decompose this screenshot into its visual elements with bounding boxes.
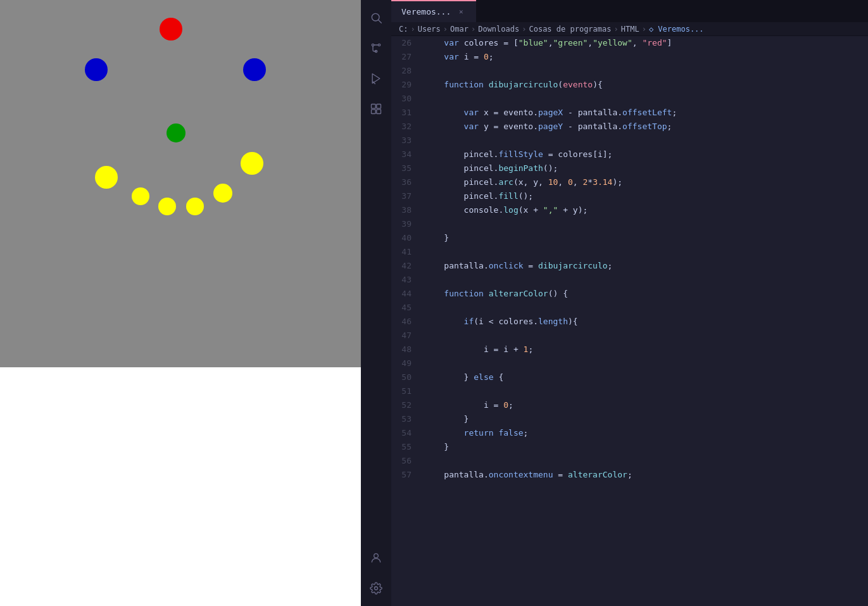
line-code: pincel.fill(); [422,189,868,203]
table-row: 34 pincel.fillStyle = colores[i]; [391,148,868,161]
line-code: i = 0; [422,398,868,412]
circle [167,123,186,142]
circle [160,18,182,41]
line-number: 33 [391,134,422,148]
table-row: 44 function alterarColor() { [391,287,868,301]
line-code [422,273,868,287]
line-number: 31 [391,106,422,120]
svg-rect-8 [377,104,381,109]
table-row: 37 pincel.fill(); [391,189,868,203]
table-row: 47 [391,329,868,343]
svg-rect-7 [372,104,376,109]
circle [85,58,108,81]
source-control-icon[interactable] [363,35,389,61]
breadcrumb-downloads: Downloads [478,25,519,34]
table-row: 28 [391,64,868,78]
table-row: 38 console.log(x + "," + y); [391,203,868,217]
line-number: 46 [391,315,422,329]
line-code: pincel.fillStyle = colores[i]; [422,148,868,161]
line-number: 39 [391,217,422,231]
line-number: 32 [391,120,422,134]
table-row: 39 [391,217,868,231]
breadcrumb-users: Users [418,25,441,34]
line-code: return false; [422,426,868,440]
line-code [422,134,868,148]
table-row: 54 return false; [391,426,868,440]
circle [241,152,263,175]
line-number: 57 [391,468,422,482]
table-row: 45 [391,301,868,315]
line-number: 40 [391,231,422,245]
table-row: 27 var i = 0; [391,50,868,64]
table-row: 30 [391,92,868,106]
table-row: 43 [391,273,868,287]
line-number: 29 [391,78,422,92]
breadcrumb-file: ◇ Veremos... [649,25,704,34]
tab-label: Veremos... [401,7,451,16]
line-number: 27 [391,50,422,64]
line-code: pincel.arc(x, y, 10, 0, 2*3.14); [422,175,868,189]
line-number: 35 [391,161,422,175]
left-panel [0,0,361,606]
table-row: 53 } [391,412,868,426]
table-row: 36 pincel.arc(x, y, 10, 0, 2*3.14); [391,175,868,189]
line-code: i = i + 1; [422,343,868,357]
line-code [422,329,868,343]
circle [132,187,149,205]
table-row: 50 } else { [391,370,868,384]
active-tab[interactable]: Veremos... ✕ [391,0,476,22]
line-number: 37 [391,189,422,203]
table-row: 46 if(i < colores.length){ [391,315,868,329]
circle [158,198,176,215]
white-area [0,367,361,606]
settings-icon[interactable] [363,576,389,601]
line-number: 53 [391,412,422,426]
table-row: 41 [391,245,868,259]
tab-close-button[interactable]: ✕ [456,7,466,17]
line-code: } [422,231,868,245]
line-number: 54 [391,426,422,440]
run-icon[interactable] [363,66,389,91]
circle [213,184,232,203]
line-number: 48 [391,343,422,357]
search-icon[interactable] [363,5,389,30]
line-number: 38 [391,203,422,217]
table-row: 40 } [391,231,868,245]
svg-point-12 [375,587,378,590]
line-code: } [422,440,868,454]
line-code [422,454,868,468]
line-code: if(i < colores.length){ [422,315,868,329]
line-number: 47 [391,329,422,343]
account-icon[interactable] [363,545,389,571]
line-code: var colores = ["blue","green","yellow", … [422,36,868,50]
table-row: 31 var x = evento.pageX - pantalla.offse… [391,106,868,120]
table-row: 42 pantalla.onclick = dibujarcirculo; [391,259,868,273]
line-code [422,384,868,398]
table-row: 32 var y = evento.pageY - pantalla.offse… [391,120,868,134]
breadcrumb-html: HTML [621,25,639,34]
line-code [422,217,868,231]
line-number: 52 [391,398,422,412]
line-code: var i = 0; [422,50,868,64]
line-number: 43 [391,273,422,287]
code-editor[interactable]: 26 var colores = ["blue","green","yellow… [391,36,868,606]
breadcrumb-c: C: [399,25,408,34]
tab-bar: Veremos... ✕ [391,0,868,22]
breadcrumb-cosas: Cosas de programas [529,25,611,34]
line-code [422,92,868,106]
canvas-area[interactable] [0,0,361,367]
table-row: 55 } [391,440,868,454]
line-number: 51 [391,384,422,398]
line-number: 28 [391,64,422,78]
circle [243,58,266,81]
code-table: 26 var colores = ["blue","green","yellow… [391,36,868,482]
line-number: 41 [391,245,422,259]
line-number: 34 [391,148,422,161]
line-code: pantalla.oncontextmenu = alterarColor; [422,468,868,482]
line-code [422,64,868,78]
line-code: var y = evento.pageY - pantalla.offsetTo… [422,120,868,134]
breadcrumb-omar: Omar [450,25,469,34]
line-code: var x = evento.pageX - pantalla.offsetLe… [422,106,868,120]
line-number: 55 [391,440,422,454]
extensions-icon[interactable] [363,96,389,122]
